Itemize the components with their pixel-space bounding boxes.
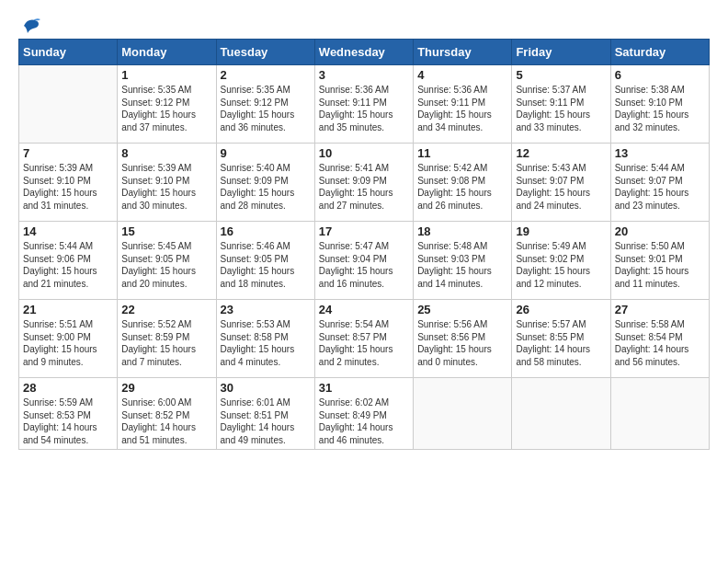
cell-sun-info: Sunrise: 5:43 AM Sunset: 9:07 PM Dayligh… [516,162,606,212]
cell-sun-info: Sunrise: 5:49 AM Sunset: 9:02 PM Dayligh… [516,240,606,290]
day-number: 13 [615,146,705,160]
calendar-cell: 16Sunrise: 5:46 AM Sunset: 9:05 PM Dayli… [216,222,314,300]
cell-sun-info: Sunrise: 5:42 AM Sunset: 9:08 PM Dayligh… [417,162,507,212]
day-number: 24 [319,303,409,316]
cell-sun-info: Sunrise: 5:37 AM Sunset: 9:11 PM Dayligh… [516,84,606,133]
logo [18,17,40,33]
day-number: 20 [615,224,705,238]
calendar-cell: 9Sunrise: 5:40 AM Sunset: 9:09 PM Daylig… [216,144,314,222]
cell-sun-info: Sunrise: 5:41 AM Sunset: 9:09 PM Dayligh… [319,162,409,212]
calendar-cell: 14Sunrise: 5:44 AM Sunset: 9:06 PM Dayli… [19,222,118,300]
cell-sun-info: Sunrise: 5:51 AM Sunset: 9:00 PM Dayligh… [23,318,113,368]
day-number: 2 [221,68,311,82]
calendar-cell: 19Sunrise: 5:49 AM Sunset: 9:02 PM Dayli… [512,222,610,300]
calendar-cell [610,378,709,450]
day-number: 1 [121,68,211,82]
calendar-week-row: 28Sunrise: 5:59 AM Sunset: 8:53 PM Dayli… [19,378,710,450]
day-number: 27 [615,303,705,316]
day-number: 19 [516,224,606,238]
calendar-cell: 27Sunrise: 5:58 AM Sunset: 8:54 PM Dayli… [610,300,709,378]
weekday-header: Wednesday [314,40,413,65]
cell-sun-info: Sunrise: 5:47 AM Sunset: 9:04 PM Dayligh… [319,240,409,290]
cell-sun-info: Sunrise: 5:36 AM Sunset: 9:11 PM Dayligh… [417,84,507,133]
day-number: 30 [221,381,311,395]
weekday-header: Saturday [610,40,709,65]
cell-sun-info: Sunrise: 6:02 AM Sunset: 8:49 PM Dayligh… [319,396,409,446]
cell-sun-info: Sunrise: 5:38 AM Sunset: 9:10 PM Dayligh… [615,84,705,133]
cell-sun-info: Sunrise: 5:50 AM Sunset: 9:01 PM Dayligh… [615,240,705,290]
day-number: 8 [121,146,211,160]
calendar-cell: 2Sunrise: 5:35 AM Sunset: 9:12 PM Daylig… [216,65,314,144]
cell-sun-info: Sunrise: 5:44 AM Sunset: 9:06 PM Dayligh… [23,240,113,290]
day-number: 6 [615,68,705,82]
calendar-cell: 3Sunrise: 5:36 AM Sunset: 9:11 PM Daylig… [314,65,413,144]
calendar-cell: 10Sunrise: 5:41 AM Sunset: 9:09 PM Dayli… [314,144,413,222]
cell-sun-info: Sunrise: 5:54 AM Sunset: 8:57 PM Dayligh… [319,318,409,368]
calendar-cell: 13Sunrise: 5:44 AM Sunset: 9:07 PM Dayli… [610,144,709,222]
day-number: 5 [516,68,606,82]
cell-sun-info: Sunrise: 5:45 AM Sunset: 9:05 PM Dayligh… [121,240,211,290]
cell-sun-info: Sunrise: 5:53 AM Sunset: 8:58 PM Dayligh… [221,318,311,368]
calendar-cell [19,65,118,144]
weekday-header-row: SundayMondayTuesdayWednesdayThursdayFrid… [19,40,710,65]
cell-sun-info: Sunrise: 5:58 AM Sunset: 8:54 PM Dayligh… [615,318,705,368]
day-number: 4 [417,68,507,82]
cell-sun-info: Sunrise: 5:35 AM Sunset: 9:12 PM Dayligh… [221,84,311,133]
cell-sun-info: Sunrise: 5:48 AM Sunset: 9:03 PM Dayligh… [417,240,507,290]
cell-sun-info: Sunrise: 5:36 AM Sunset: 9:11 PM Dayligh… [319,84,409,133]
calendar-cell: 8Sunrise: 5:39 AM Sunset: 9:10 PM Daylig… [118,144,216,222]
calendar-cell: 1Sunrise: 5:35 AM Sunset: 9:12 PM Daylig… [118,65,216,144]
calendar-cell: 6Sunrise: 5:38 AM Sunset: 9:10 PM Daylig… [610,65,709,144]
day-number: 17 [319,224,409,238]
calendar-cell: 17Sunrise: 5:47 AM Sunset: 9:04 PM Dayli… [314,222,413,300]
calendar-cell: 25Sunrise: 5:56 AM Sunset: 8:56 PM Dayli… [414,300,512,378]
calendar-table: SundayMondayTuesdayWednesdayThursdayFrid… [18,39,710,450]
weekday-header: Friday [512,40,610,65]
day-number: 12 [516,146,606,160]
cell-sun-info: Sunrise: 5:40 AM Sunset: 9:09 PM Dayligh… [221,162,311,212]
calendar-cell: 29Sunrise: 6:00 AM Sunset: 8:52 PM Dayli… [118,378,216,450]
cell-sun-info: Sunrise: 5:39 AM Sunset: 9:10 PM Dayligh… [23,162,113,212]
calendar-cell: 24Sunrise: 5:54 AM Sunset: 8:57 PM Dayli… [314,300,413,378]
weekday-header: Tuesday [216,40,314,65]
calendar-week-row: 14Sunrise: 5:44 AM Sunset: 9:06 PM Dayli… [19,222,710,300]
calendar-cell: 15Sunrise: 5:45 AM Sunset: 9:05 PM Dayli… [118,222,216,300]
logo-bird-icon [20,17,40,35]
cell-sun-info: Sunrise: 5:59 AM Sunset: 8:53 PM Dayligh… [23,396,113,446]
day-number: 7 [23,146,113,160]
header [18,17,710,33]
calendar-cell: 12Sunrise: 5:43 AM Sunset: 9:07 PM Dayli… [512,144,610,222]
day-number: 29 [121,381,211,395]
cell-sun-info: Sunrise: 5:56 AM Sunset: 8:56 PM Dayligh… [417,318,507,368]
day-number: 23 [221,303,311,316]
day-number: 25 [417,303,507,316]
day-number: 22 [121,303,211,316]
calendar-cell: 26Sunrise: 5:57 AM Sunset: 8:55 PM Dayli… [512,300,610,378]
weekday-header: Monday [118,40,216,65]
page-container: SundayMondayTuesdayWednesdayThursdayFrid… [0,0,728,459]
calendar-cell: 7Sunrise: 5:39 AM Sunset: 9:10 PM Daylig… [19,144,118,222]
calendar-cell: 4Sunrise: 5:36 AM Sunset: 9:11 PM Daylig… [414,65,512,144]
day-number: 16 [221,224,311,238]
day-number: 28 [23,381,113,395]
cell-sun-info: Sunrise: 5:46 AM Sunset: 9:05 PM Dayligh… [221,240,311,290]
cell-sun-info: Sunrise: 6:01 AM Sunset: 8:51 PM Dayligh… [221,396,311,446]
calendar-cell: 30Sunrise: 6:01 AM Sunset: 8:51 PM Dayli… [216,378,314,450]
day-number: 21 [23,303,113,316]
day-number: 15 [121,224,211,238]
day-number: 3 [319,68,409,82]
calendar-week-row: 21Sunrise: 5:51 AM Sunset: 9:00 PM Dayli… [19,300,710,378]
calendar-cell: 23Sunrise: 5:53 AM Sunset: 8:58 PM Dayli… [216,300,314,378]
cell-sun-info: Sunrise: 5:57 AM Sunset: 8:55 PM Dayligh… [516,318,606,368]
day-number: 10 [319,146,409,160]
calendar-cell: 11Sunrise: 5:42 AM Sunset: 9:08 PM Dayli… [414,144,512,222]
weekday-header: Thursday [414,40,512,65]
calendar-week-row: 1Sunrise: 5:35 AM Sunset: 9:12 PM Daylig… [19,65,710,144]
calendar-cell: 28Sunrise: 5:59 AM Sunset: 8:53 PM Dayli… [19,378,118,450]
calendar-cell [512,378,610,450]
calendar-cell: 21Sunrise: 5:51 AM Sunset: 9:00 PM Dayli… [19,300,118,378]
day-number: 11 [417,146,507,160]
calendar-cell: 22Sunrise: 5:52 AM Sunset: 8:59 PM Dayli… [118,300,216,378]
cell-sun-info: Sunrise: 5:39 AM Sunset: 9:10 PM Dayligh… [121,162,211,212]
day-number: 9 [221,146,311,160]
